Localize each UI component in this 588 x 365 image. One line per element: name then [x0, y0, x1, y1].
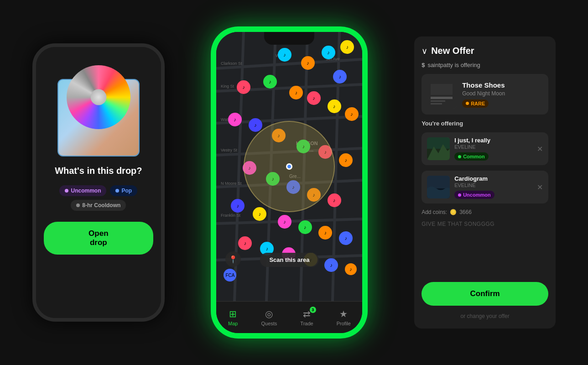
offerer-info: $ saintpatty is offering: [421, 62, 548, 68]
phone-2-wrapper: Clarkson St King St Watts St Vestry St N…: [211, 26, 368, 339]
svg-rect-26: [431, 103, 442, 104]
common-dot: [458, 155, 461, 158]
quests-icon: ◎: [265, 308, 273, 319]
cd-disc: [67, 65, 130, 129]
svg-rect-25: [431, 100, 445, 102]
music-dot: ♪: [339, 153, 353, 167]
offered-album-thumb: [427, 79, 457, 109]
add-coins-row: Add coins: 🪙 3666: [421, 209, 548, 215]
nav-quests[interactable]: ◎ Quests: [261, 308, 277, 326]
pop-dot: [115, 189, 119, 193]
screens-container: What's in this drop? Uncommon Pop 8-hr C…: [0, 0, 588, 365]
cd-container: [48, 65, 149, 156]
your-rarity-badge-2: Uncommon: [454, 191, 494, 199]
svg-text:N Moore St: N Moore St: [221, 181, 242, 186]
offered-album-artist: Good Night Moon: [462, 90, 543, 97]
offer-title: New Offer: [431, 46, 474, 56]
your-album-artist-2: EVELINE: [454, 182, 532, 188]
music-dot: ♪: [278, 215, 291, 229]
svg-rect-24: [431, 97, 453, 99]
music-dot: ♪: [339, 231, 353, 245]
your-album-title-1: I just, I really: [454, 137, 532, 144]
your-album-artist-1: EVELINE: [454, 144, 532, 150]
phone-1: What's in this drop? Uncommon Pop 8-hr C…: [32, 43, 165, 322]
offer-message: GIVE ME THAT SONGGGG: [421, 221, 548, 227]
map-center-dot: [286, 163, 292, 170]
cooldown-dot: [76, 203, 80, 207]
coins-icon: 🪙: [450, 209, 457, 215]
trade-badge: 3: [310, 307, 316, 313]
map-content: Clarkson St King St Watts St Vestry St N…: [216, 32, 362, 333]
nav-quests-label: Quests: [261, 321, 277, 326]
music-dot: ♪: [228, 113, 242, 126]
music-dot: ♪: [322, 46, 335, 59]
rare-dot: [466, 102, 469, 105]
music-dot: ♪: [333, 70, 347, 83]
your-rarity-badge-1: Common: [454, 152, 489, 161]
music-dot: ♪: [249, 118, 262, 132]
music-dot: ♪: [298, 220, 312, 234]
music-dot: ♪: [253, 207, 266, 221]
your-offer-card-2: Cardiogram EVELINE Uncommon ✕: [421, 171, 548, 203]
phone-2-notch: [264, 32, 314, 45]
your-album-thumb-1: [427, 137, 450, 160]
music-dot: ♪: [324, 258, 338, 272]
phone-2: Clarkson St King St Watts St Vestry St N…: [216, 32, 362, 333]
nav-profile-label: Profile: [337, 321, 351, 326]
svg-text:Clarkson St: Clarkson St: [221, 61, 242, 66]
offered-album-title: Those Shoes: [462, 81, 543, 89]
your-album-title-2: Cardiogram: [454, 175, 532, 182]
offer-header: ∨ New Offer: [421, 46, 548, 56]
nav-trade[interactable]: ⇄ 3 Trade: [300, 308, 313, 326]
music-dot: ♪: [328, 99, 341, 113]
tag-cooldown: 8-hr Cooldown: [71, 200, 126, 211]
svg-text:Franklin St: Franklin St: [221, 213, 241, 218]
uncommon-dot: [65, 189, 68, 193]
drop-question: What's in this drop?: [55, 166, 142, 176]
remove-item-2-button[interactable]: ✕: [537, 183, 543, 192]
your-offer-card-1: I just, I really EVELINE Common ✕: [421, 132, 548, 165]
profile-icon: ★: [339, 308, 348, 319]
phone-1-notch: [76, 47, 121, 59]
offered-album-info: Those Shoes Good Night Moon RARE: [462, 81, 543, 108]
offered-item-card: Those Shoes Good Night Moon RARE: [421, 74, 548, 115]
your-album-info-2: Cardiogram EVELINE Uncommon: [454, 175, 532, 199]
dollar-icon: $: [421, 62, 425, 68]
open-drop-button[interactable]: Open drop: [44, 222, 153, 255]
map-background: Clarkson St King St Watts St Vestry St N…: [216, 32, 362, 301]
music-dot: ♪: [307, 91, 321, 105]
your-album-info-1: I just, I really EVELINE Common: [454, 137, 532, 161]
map-icon: ⊞: [229, 308, 237, 319]
offered-rarity-badge: RARE: [462, 99, 489, 108]
chevron-down-icon[interactable]: ∨: [421, 46, 427, 56]
svg-text:King St: King St: [221, 84, 234, 89]
svg-text:Vestry St: Vestry St: [221, 148, 238, 152]
change-offer-text: or change your offer: [421, 313, 548, 319]
you-offering-label: You're offering: [421, 120, 548, 127]
scan-this-area-button[interactable]: Scan this area: [260, 253, 318, 267]
phone-1-content: What's in this drop? Uncommon Pop 8-hr C…: [36, 47, 161, 318]
nav-map[interactable]: ⊞ Map: [228, 308, 238, 326]
music-dot: ♪: [328, 193, 341, 207]
nav-profile[interactable]: ★ Profile: [337, 308, 351, 326]
music-dot: ♪: [340, 40, 354, 54]
tag-uncommon: Uncommon: [59, 185, 106, 196]
remove-item-1-button[interactable]: ✕: [537, 145, 543, 153]
svg-rect-27: [431, 84, 453, 95]
uncommon-dot-2: [458, 193, 461, 197]
nav-map-label: Map: [228, 321, 238, 326]
confirm-button[interactable]: Confirm: [421, 282, 548, 306]
nav-trade-label: Trade: [300, 321, 313, 326]
tag-pop: Pop: [110, 185, 137, 196]
map-bottom-nav: ⊞ Map ◎ Quests ⇄ 3 Trade ★ Profile: [216, 301, 362, 333]
music-dot: ♪: [301, 56, 315, 70]
your-album-thumb-2: [427, 176, 450, 198]
new-offer-panel: ∨ New Offer $ saintpatty is offering Tho…: [414, 36, 556, 328]
tags-row: Uncommon Pop 8-hr Cooldown: [36, 185, 161, 211]
